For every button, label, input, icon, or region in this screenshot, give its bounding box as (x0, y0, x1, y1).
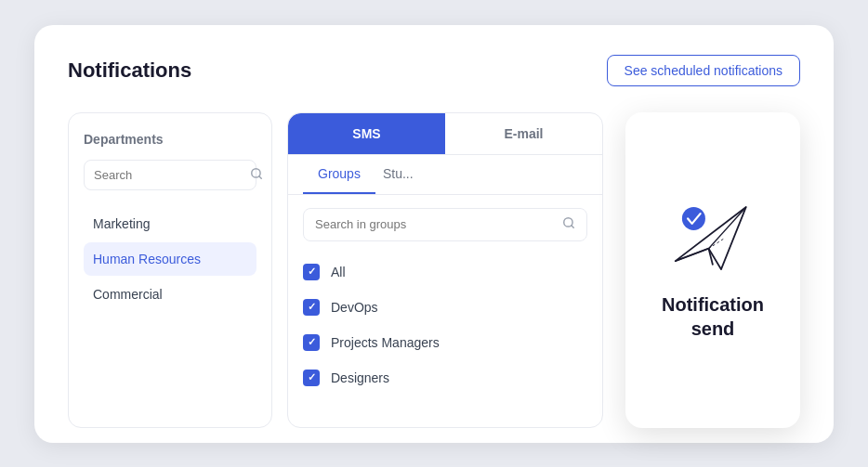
group-item-devops[interactable]: DevOps (303, 290, 587, 325)
tab-sms[interactable]: SMS (288, 113, 445, 154)
departments-panel: Departments Marketing Human Resources Co… (68, 112, 272, 428)
scheduled-notifications-button[interactable]: See scheduled notifications (607, 55, 800, 86)
notification-send-card: Notificationsend (625, 112, 800, 428)
paper-plane-icon (666, 199, 759, 278)
subtab-groups[interactable]: Groups (303, 155, 375, 194)
group-label-all: All (331, 265, 346, 279)
channel-tabs: SMS E-mail (288, 113, 602, 155)
departments-title: Departments (84, 132, 256, 147)
group-search-row (303, 208, 587, 241)
notification-send-title: Notificationsend (662, 292, 764, 341)
checkbox-projects-managers[interactable] (303, 334, 320, 351)
svg-line-3 (572, 225, 574, 227)
subtab-students[interactable]: Stu... (375, 155, 421, 194)
checkbox-devops[interactable] (303, 299, 320, 316)
group-search-icon (562, 216, 575, 233)
group-search-input[interactable] (315, 217, 562, 231)
page-title: Notifications (68, 58, 191, 83)
sub-tabs: Groups Stu... (288, 155, 602, 195)
group-label-projects-managers: Projects Managers (331, 335, 440, 350)
group-list: All DevOps Projects Managers Designers (288, 251, 602, 399)
group-label-designers: Designers (331, 370, 389, 385)
content-row: Departments Marketing Human Resources Co… (68, 112, 800, 428)
svg-point-9 (682, 207, 705, 230)
checkbox-designers[interactable] (303, 370, 320, 386)
main-card: Notifications See scheduled notification… (34, 25, 834, 443)
group-item-designers[interactable]: Designers (303, 360, 587, 396)
svg-line-6 (709, 207, 746, 249)
svg-line-1 (259, 175, 262, 178)
svg-line-7 (676, 249, 709, 261)
header-row: Notifications See scheduled notification… (68, 55, 800, 86)
search-icon (250, 167, 263, 183)
department-item-commercial[interactable]: Commercial (84, 278, 256, 311)
departments-search-box (84, 160, 256, 190)
department-item-marketing[interactable]: Marketing (84, 207, 256, 240)
middle-panel: SMS E-mail Groups Stu... All (287, 112, 603, 428)
department-item-hr[interactable]: Human Resources (84, 242, 256, 276)
group-item-all[interactable]: All (303, 254, 587, 290)
departments-search-input[interactable] (94, 168, 250, 182)
tab-email[interactable]: E-mail (445, 113, 602, 154)
group-label-devops: DevOps (331, 300, 378, 315)
group-item-projects-managers[interactable]: Projects Managers (303, 325, 587, 360)
checkbox-all[interactable] (303, 264, 320, 280)
